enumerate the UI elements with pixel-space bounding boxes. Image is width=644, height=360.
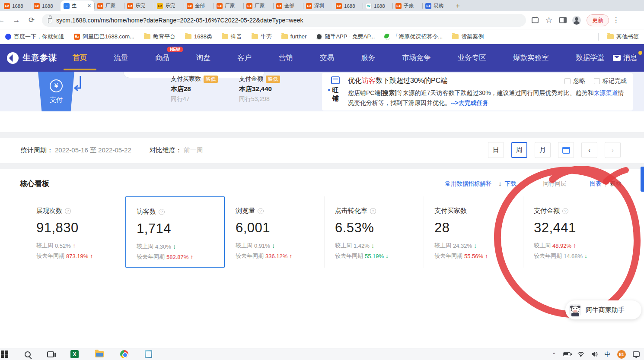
granularity-月[interactable]: 月 (535, 142, 551, 158)
profile-avatar[interactable] (572, 16, 581, 25)
kpi-card-支付买家数[interactable]: 支付买家数28较上周24.32%↓较去年同期55.56%↑ (424, 196, 523, 268)
chat-icon[interactable] (633, 351, 640, 357)
chart-view-toggle[interactable]: 图表 (590, 180, 601, 188)
browser-tab[interactable]: Ez乐完 (154, 0, 184, 11)
wifi-icon[interactable] (577, 352, 584, 357)
nav-item-业务专区[interactable]: 业务专区 (457, 44, 487, 72)
glossary-link[interactable]: 常用数据指标解释 (445, 180, 492, 188)
bookmark-item[interactable]: 「海豚优课招募令... (384, 33, 443, 41)
assistant-bubble[interactable]: 阿牛商家助手 (565, 300, 641, 319)
bookmark-item[interactable]: 1688类 (185, 33, 212, 41)
nav-item-询盘[interactable]: 询盘 (195, 44, 211, 72)
browser-tab[interactable]: Ez乐完 (124, 0, 154, 11)
bookmark-item[interactable]: 随手APP - 免费AP... (316, 33, 375, 41)
menu-dots-icon[interactable]: ⋮ (611, 16, 621, 25)
browser-tab[interactable]: Ez易购 (422, 0, 452, 11)
task-view-icon[interactable] (47, 351, 54, 357)
checkbox-icon[interactable] (564, 78, 571, 84)
browser-tab[interactable]: Ez厂家 (94, 0, 124, 11)
battery-percent-badge[interactable]: 81 (617, 350, 626, 359)
help-icon[interactable]: ? (159, 209, 165, 215)
text-segment[interactable]: 来源渠道 (594, 89, 618, 96)
reload-icon[interactable]: ⟳ (27, 16, 36, 25)
tab-label: 深圳 (314, 3, 324, 9)
side-widget-tab[interactable] (641, 167, 644, 192)
granularity-日[interactable]: 日 (488, 142, 504, 158)
chrome-icon[interactable] (120, 350, 128, 358)
browser-tab[interactable]: Ez厂家 (214, 0, 243, 11)
browser-tab[interactable]: Ez全部 (184, 0, 214, 11)
help-icon[interactable]: ? (258, 208, 264, 214)
brand[interactable]: 生意参谋 (7, 52, 57, 64)
nav-item-商品[interactable]: 商品NEW (154, 44, 170, 72)
bookmark-item[interactable]: Ez阿里巴巴1688.com... (74, 33, 134, 41)
download-link[interactable]: 下载 (504, 180, 516, 188)
browser-tab[interactable]: Ez1688 (333, 0, 363, 11)
bookmark-item[interactable]: further (281, 33, 307, 40)
kpi-card-访客数[interactable]: 访客数?1,714较上周4.30%↓较去年同期582.87%↑ (125, 196, 225, 268)
nav-item-爆款实验室[interactable]: 爆款实验室 (512, 44, 550, 72)
help-icon[interactable]: ? (370, 208, 376, 214)
app-navbar: 生意参谋 首页流量商品NEW询盘客户营销交易服务市场竞争业务专区爆款实验室数据学… (0, 44, 644, 72)
forward-icon[interactable]: → (12, 16, 21, 25)
other-bookmarks[interactable]: 其他书签 (607, 33, 639, 41)
ignore-checkbox[interactable]: 忽略 (564, 77, 585, 85)
bookmark-item[interactable]: 货架案例 (452, 33, 484, 41)
bookmark-item[interactable]: 抖音 (222, 33, 242, 41)
kpi-card-点击转化率[interactable]: 点击转化率?6.53%较上周1.42%↓较去年同期55.19%↓ (324, 196, 424, 268)
text-segment[interactable]: -->去完成任务 (451, 99, 489, 106)
browser-tab[interactable]: Ez深圳 (303, 0, 333, 11)
nav-item-市场竞争[interactable]: 市场竞争 (402, 44, 432, 72)
next-period-button[interactable]: › (605, 142, 621, 158)
kpi-card-支付金额[interactable]: 支付金额?32,441较上周48.92%↑较去年同期14.68%↓ (523, 196, 622, 268)
url-bar[interactable]: sycm.1688.com/ms/home/home?dateRange=202… (42, 14, 526, 27)
back-icon[interactable]: ← (0, 16, 6, 25)
prev-period-button[interactable]: ‹ (581, 142, 597, 158)
nav-item-客户[interactable]: 客户 (236, 44, 252, 72)
browser-tab[interactable]: ≡生✕ (61, 0, 94, 11)
browser-tab[interactable]: Ez子账 (392, 0, 422, 11)
taskbar-search-icon[interactable] (25, 351, 31, 357)
nav-item-交易[interactable]: 交易 (319, 44, 335, 72)
browser-tab[interactable]: Ez1688 (31, 0, 61, 11)
volume-icon[interactable] (591, 351, 598, 357)
new-tab-button[interactable]: ＋ (452, 0, 463, 11)
tray-expand-icon[interactable]: ⌃ (552, 352, 556, 357)
nav-item-首页[interactable]: 首页 (72, 44, 88, 72)
help-icon[interactable]: ? (65, 208, 71, 214)
nav-item-数据学堂[interactable]: 数据学堂 (575, 44, 605, 72)
browser-tab[interactable]: Ez全部 (273, 0, 303, 11)
tab-close-icon[interactable]: ✕ (87, 3, 91, 9)
bookmark-item[interactable]: 牛蒡 (252, 33, 272, 41)
yen-icon: ¥ (50, 79, 63, 92)
nav-item-流量[interactable]: 流量 (113, 44, 129, 72)
calendar-button[interactable] (558, 142, 574, 158)
browser-tab[interactable]: Ez1688 (1, 0, 31, 11)
bookmark-star-icon[interactable]: ☆ (544, 15, 554, 25)
kpi-card-浏览量[interactable]: 浏览量?6,001较上周0.91%↓较去年同期336.12%↑ (225, 196, 324, 268)
help-icon[interactable]: ? (562, 208, 568, 214)
ime-indicator[interactable]: 中 (605, 351, 611, 358)
pay-tab[interactable]: ¥ 支付 (38, 72, 74, 111)
messages-button[interactable]: 消息 (613, 54, 637, 63)
bookmark-item[interactable]: 百度一下，你就知道 (5, 33, 64, 41)
side-panel-icon[interactable] (559, 17, 567, 23)
notepad-icon[interactable] (145, 350, 152, 358)
table-view-toggle[interactable]: 表格 (610, 180, 622, 188)
bookmark-item[interactable]: 教育平台 (144, 33, 175, 41)
change-percent: 24.32% (453, 243, 472, 249)
mark-complete-checkbox[interactable]: 标记完成 (594, 77, 627, 85)
share-icon[interactable] (532, 17, 539, 23)
checkbox-icon[interactable] (594, 78, 600, 84)
excel-icon[interactable]: X (70, 350, 79, 358)
granularity-周[interactable]: 周 (511, 142, 527, 158)
start-button-icon[interactable] (1, 351, 8, 358)
nav-item-营销[interactable]: 营销 (278, 44, 294, 72)
nav-item-服务[interactable]: 服务 (360, 44, 376, 72)
file-explorer-icon[interactable] (95, 351, 104, 357)
browser-tab[interactable]: W1688 (363, 0, 392, 11)
browser-update-button[interactable]: 更新 (587, 14, 609, 26)
battery-icon[interactable] (563, 352, 571, 356)
browser-tab[interactable]: Ez厂家 (243, 0, 273, 11)
kpi-card-展现次数[interactable]: 展现次数?91,830较上周0.52%↑较去年同期873.19%↑ (26, 196, 125, 268)
